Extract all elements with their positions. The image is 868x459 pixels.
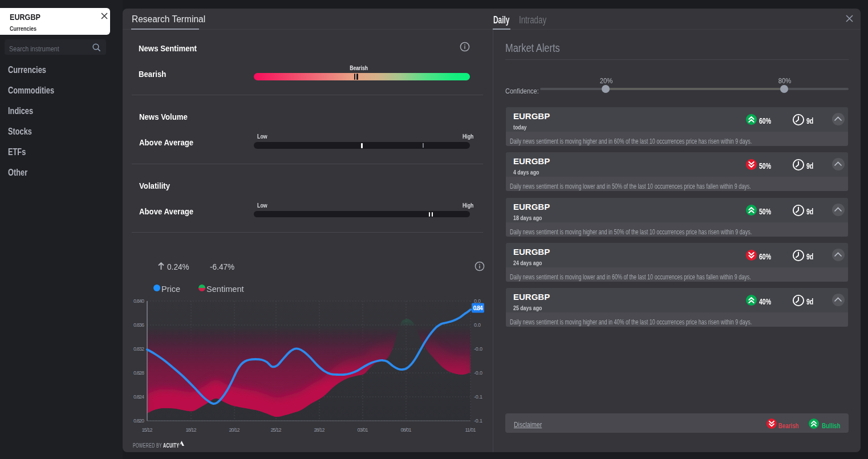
svg-text:-0.0: -0.0 [474, 346, 482, 352]
svg-text:11/01: 11/01 [465, 427, 476, 433]
svg-text:-0.1: -0.1 [474, 418, 482, 424]
svg-text:28/12: 28/12 [314, 427, 325, 433]
svg-text:25/12: 25/12 [271, 427, 282, 433]
svg-text:0.820: 0.820 [133, 418, 144, 424]
svg-text:03/01: 03/01 [358, 427, 368, 433]
svg-text:0.836: 0.836 [133, 322, 144, 328]
svg-text:0.824: 0.824 [133, 394, 144, 400]
svg-text:0.0: 0.0 [474, 322, 481, 328]
svg-text:15/12: 15/12 [142, 427, 153, 433]
svg-text:18/12: 18/12 [186, 427, 197, 433]
svg-text:20/12: 20/12 [229, 427, 240, 433]
svg-text:0.84: 0.84 [473, 304, 483, 311]
svg-text:-0.1: -0.1 [474, 394, 482, 400]
svg-text:-0.0: -0.0 [474, 370, 482, 376]
svg-text:0.832: 0.832 [133, 346, 144, 352]
svg-text:08/01: 08/01 [401, 427, 412, 433]
svg-text:0.828: 0.828 [133, 370, 144, 376]
svg-text:0.840: 0.840 [133, 298, 144, 304]
